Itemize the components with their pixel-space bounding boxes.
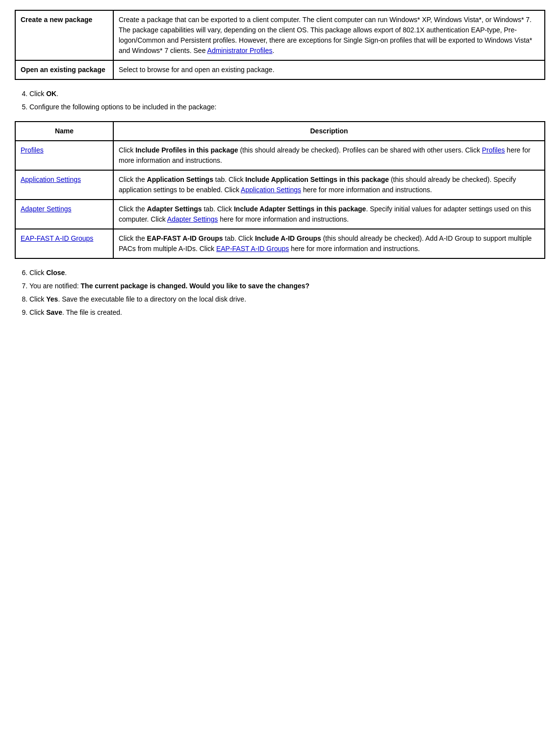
step-6-bold: Close	[46, 269, 65, 277]
open-package-name: Open an existing package	[15, 60, 113, 79]
steps-after-table2: Click Close. You are notified: The curre…	[29, 268, 545, 318]
package-options-table: Create a new package Create a package th…	[15, 10, 545, 80]
profiles-inline-link[interactable]: Profiles	[482, 146, 505, 154]
adapter-settings-bold1: Adapter Settings	[147, 205, 202, 213]
adapter-settings-inline-link[interactable]: Adapter Settings	[167, 215, 218, 223]
table-row: Create a new package Create a package th…	[15, 10, 545, 60]
open-package-description: Select to browse for and open an existin…	[113, 60, 545, 79]
step-7-bold: The current package is changed. Would yo…	[81, 282, 310, 290]
app-settings-bold2: Include Application Settings in this pac…	[245, 176, 389, 183]
adapter-settings-description: Click the Adapter Settings tab. Click In…	[113, 200, 545, 229]
eap-fast-description: Click the EAP-FAST A-ID Groups tab. Clic…	[113, 229, 545, 258]
step-9-bold: Save	[46, 308, 62, 316]
adapter-settings-row: Adapter Settings Click the Adapter Setti…	[15, 200, 545, 229]
name-header: Name	[15, 122, 113, 141]
create-package-desc-after: .	[273, 47, 275, 54]
eap-fast-inline-link[interactable]: EAP-FAST A-ID Groups	[216, 245, 289, 253]
steps-before-table2: Click OK. Configure the following option…	[29, 89, 545, 112]
profiles-row: Profiles Click Include Profiles in this …	[15, 141, 545, 170]
eap-fast-row: EAP-FAST A-ID Groups Click the EAP-FAST …	[15, 229, 545, 258]
table-row: Open an existing package Select to brows…	[15, 60, 545, 79]
step-7: You are notified: The current package is…	[29, 281, 545, 291]
application-settings-inline-link[interactable]: Application Settings	[241, 186, 301, 194]
table-header-row: Name Description	[15, 122, 545, 141]
profiles-link[interactable]: Profiles	[21, 146, 44, 154]
step-8-bold: Yes	[46, 295, 58, 303]
create-package-desc-text: Create a package that can be exported to…	[119, 16, 532, 54]
adapter-settings-bold2: Include Adapter Settings in this package	[234, 205, 366, 213]
step-4-bold: OK	[46, 90, 56, 98]
create-package-name: Create a new package	[15, 10, 113, 60]
create-package-description: Create a package that can be exported to…	[113, 10, 545, 60]
profiles-bold1: Include Profiles in this package	[135, 146, 238, 154]
options-table: Name Description Profiles Click Include …	[15, 121, 545, 259]
step-4: Click OK.	[29, 89, 545, 99]
administrator-profiles-link[interactable]: Administrator Profiles	[207, 47, 273, 54]
profiles-name-cell: Profiles	[15, 141, 113, 170]
eap-fast-name-cell: EAP-FAST A-ID Groups	[15, 229, 113, 258]
application-settings-name-cell: Application Settings	[15, 170, 113, 200]
eap-fast-link[interactable]: EAP-FAST A-ID Groups	[21, 234, 93, 242]
step-5: Configure the following options to be in…	[29, 102, 545, 112]
step-6: Click Close.	[29, 268, 545, 278]
profiles-description: Click Include Profiles in this package (…	[113, 141, 545, 170]
step-9: Click Save. The file is created.	[29, 307, 545, 318]
app-settings-bold1: Application Settings	[147, 176, 213, 183]
description-header: Description	[113, 122, 545, 141]
application-settings-link[interactable]: Application Settings	[21, 176, 81, 183]
adapter-settings-link[interactable]: Adapter Settings	[21, 205, 72, 213]
application-settings-description: Click the Application Settings tab. Clic…	[113, 170, 545, 200]
eap-fast-bold2: Include A-ID Groups	[255, 234, 321, 242]
adapter-settings-name-cell: Adapter Settings	[15, 200, 113, 229]
step-8: Click Yes. Save the executable file to a…	[29, 294, 545, 304]
application-settings-row: Application Settings Click the Applicati…	[15, 170, 545, 200]
eap-fast-bold1: EAP-FAST A-ID Groups	[147, 234, 223, 242]
